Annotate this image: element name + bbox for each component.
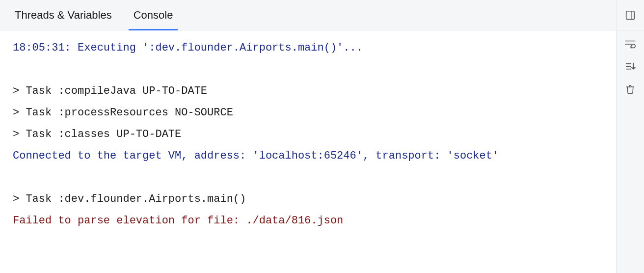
- console-line: Connected to the target VM, address: 'lo…: [13, 145, 606, 167]
- soft-wrap-icon: [624, 39, 636, 50]
- layout-settings-button[interactable]: [621, 6, 639, 24]
- console-line: > Task :compileJava UP-TO-DATE: [13, 81, 606, 102]
- console-line: 18:05:31: Executing ':dev.flounder.Airpo…: [13, 37, 606, 59]
- console-line: Failed to parse elevation for file: ./da…: [13, 210, 606, 232]
- console-line: [13, 59, 606, 81]
- right-toolbar: [617, 0, 644, 273]
- soft-wrap-button[interactable]: [621, 35, 639, 53]
- tab-console[interactable]: Console: [123, 0, 184, 30]
- main-panel: Threads & Variables Console 18:05:31: Ex…: [0, 0, 617, 273]
- console-line: > Task :processResources NO-SOURCE: [13, 102, 606, 124]
- svg-rect-0: [626, 11, 635, 19]
- tab-label: Console: [134, 9, 173, 22]
- scroll-to-end-button[interactable]: [621, 58, 639, 76]
- scroll-to-end-icon: [625, 61, 636, 72]
- tabs-bar: Threads & Variables Console: [0, 0, 616, 30]
- trash-icon: [625, 84, 635, 95]
- console-line: > Task :classes UP-TO-DATE: [13, 124, 606, 145]
- tab-threads-variables[interactable]: Threads & Variables: [4, 0, 123, 30]
- console-line: [13, 167, 606, 189]
- console-line: > Task :dev.flounder.Airports.main(): [13, 189, 606, 210]
- tab-label: Threads & Variables: [15, 9, 112, 22]
- console-output[interactable]: 18:05:31: Executing ':dev.flounder.Airpo…: [0, 30, 616, 273]
- clear-all-button[interactable]: [621, 81, 639, 98]
- right-toolbar-header: [617, 0, 644, 30]
- layout-icon: [625, 10, 636, 21]
